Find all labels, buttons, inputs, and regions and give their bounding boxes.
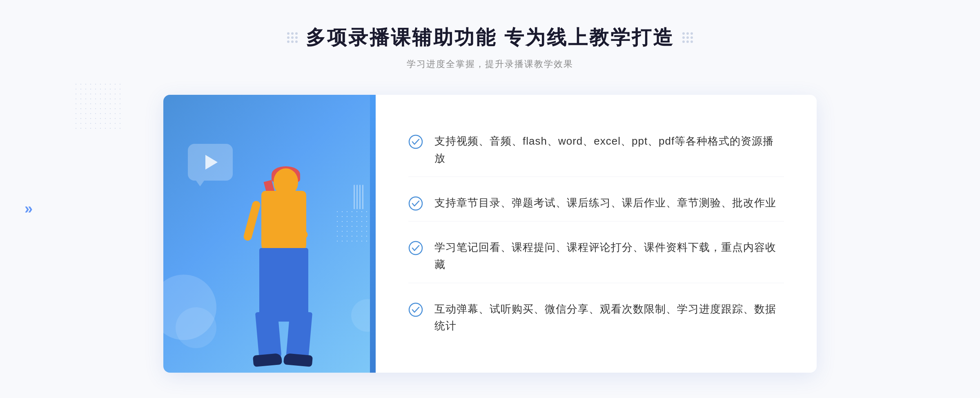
main-title-text: 多项录播课辅助功能 专为线上教学打造	[306, 25, 674, 51]
feature-text-2: 支持章节目录、弹题考试、课后练习、课后作业、章节测验、批改作业	[434, 195, 776, 212]
title-deco-left	[287, 32, 298, 43]
feature-item-2: 支持章节目录、弹题考试、课后练习、课后作业、章节测验、批改作业	[408, 185, 784, 222]
header-section: 多项录播课辅助功能 专为线上教学打造 学习进度全掌握，提升录播课教学效果	[287, 25, 693, 70]
subtitle-text: 学习进度全掌握，提升录播课教学效果	[287, 58, 693, 70]
page-container: » 多项录播课辅助功能 专为线上教学打造 学习进度全掌握，提升录播课教学效果	[0, 0, 980, 398]
features-section: 支持视频、音频、flash、word、excel、ppt、pdf等各种格式的资源…	[376, 95, 817, 373]
feature-text-1: 支持视频、音频、flash、word、excel、ppt、pdf等各种格式的资源…	[434, 133, 784, 167]
check-circle-icon-2	[408, 196, 423, 211]
arrow-left-decoration: »	[24, 200, 33, 217]
svg-point-1	[409, 197, 422, 210]
check-circle-icon-4	[408, 302, 423, 317]
person-illustration	[208, 160, 331, 373]
person-shoe-right	[283, 353, 313, 367]
person-pants	[259, 248, 308, 322]
main-title: 多项录播课辅助功能 专为线上教学打造	[287, 25, 693, 51]
image-stripes	[354, 185, 363, 209]
check-circle-icon-3	[408, 241, 423, 255]
svg-point-3	[409, 303, 422, 316]
feature-text-3: 学习笔记回看、课程提问、课程评论打分、课件资料下载，重点内容收藏	[434, 239, 784, 273]
feature-text-4: 互动弹幕、试听购买、微信分享、观看次数限制、学习进度跟踪、数据统计	[434, 301, 784, 335]
image-section	[163, 95, 376, 373]
title-deco-right	[682, 32, 693, 43]
svg-point-2	[409, 241, 422, 255]
person-arm-left	[243, 200, 261, 241]
feature-item-3: 学习笔记回看、课程提问、课程评论打分、课件资料下载，重点内容收藏	[408, 229, 784, 283]
person-body	[261, 191, 306, 256]
svg-point-0	[409, 135, 422, 148]
content-area: 支持视频、音频、flash、word、excel、ppt、pdf等各种格式的资源…	[163, 95, 817, 373]
person-shoe-left	[253, 353, 282, 367]
right-blue-bar	[370, 95, 376, 373]
image-dots-pattern	[335, 209, 368, 242]
feature-item-4: 互动弹幕、试听购买、微信分享、观看次数限制、学习进度跟踪、数据统计	[408, 291, 784, 344]
feature-item-1: 支持视频、音频、flash、word、excel、ppt、pdf等各种格式的资源…	[408, 123, 784, 177]
check-circle-icon-1	[408, 134, 423, 149]
dots-decoration-left	[74, 82, 122, 131]
